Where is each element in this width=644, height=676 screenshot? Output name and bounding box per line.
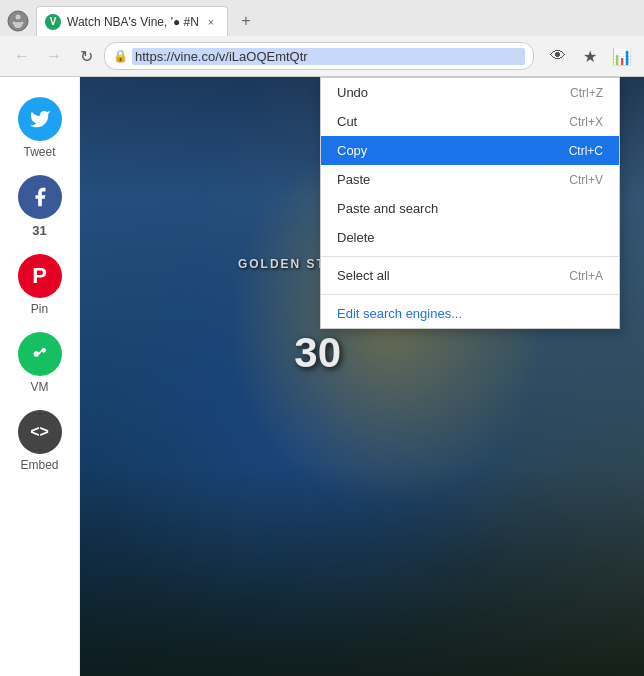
tab-favicon: V (45, 14, 61, 30)
paste-label: Paste (337, 172, 370, 187)
tab-title: Watch NBA's Vine, '● #N (67, 15, 199, 29)
new-tab-button[interactable]: + (232, 7, 260, 35)
select-all-label: Select all (337, 268, 390, 283)
svg-point-3 (13, 22, 16, 25)
svg-point-4 (21, 22, 24, 25)
browser-chrome: V Watch NBA's Vine, '● #N × + ← → ↻ 🔒 ht… (0, 0, 644, 77)
delete-label: Delete (337, 230, 375, 245)
forward-button[interactable]: → (40, 42, 68, 70)
vine-button[interactable]: VM (18, 332, 62, 394)
menu-item-edit-engines[interactable]: Edit search engines... (321, 299, 619, 328)
embed-button[interactable]: <> Embed (18, 410, 62, 472)
lock-icon: 🔒 (113, 49, 128, 63)
copy-label: Copy (337, 143, 367, 158)
select-all-shortcut: Ctrl+A (569, 269, 603, 283)
vine-label: VM (31, 380, 49, 394)
tweet-label: Tweet (23, 145, 55, 159)
address-text[interactable]: https://vine.co/v/iLaOQEmtQtr (132, 48, 525, 65)
facebook-count: 31 (32, 223, 46, 238)
svg-point-5 (33, 351, 39, 357)
menu-item-cut[interactable]: Cut Ctrl+X (321, 107, 619, 136)
facebook-icon (18, 175, 62, 219)
menu-item-undo[interactable]: Undo Ctrl+Z (321, 78, 619, 107)
toolbar-icons: 👁 ★ 📊 (544, 42, 636, 70)
menu-divider-2 (321, 294, 619, 295)
facebook-button[interactable]: 31 (18, 175, 62, 238)
paste-search-label: Paste and search (337, 201, 438, 216)
tab-bar: V Watch NBA's Vine, '● #N × + (0, 0, 644, 36)
spy-icon[interactable]: 👁 (544, 42, 572, 70)
edit-engines-label: Edit search engines... (337, 306, 462, 321)
menu-item-paste[interactable]: Paste Ctrl+V (321, 165, 619, 194)
menu-item-copy[interactable]: Copy Ctrl+C (321, 136, 619, 165)
page-content: Tweet 31 P Pin (0, 77, 644, 676)
tab-close-button[interactable]: × (203, 14, 219, 30)
menu-item-delete[interactable]: Delete (321, 223, 619, 252)
bookmark-icon[interactable]: ★ (576, 42, 604, 70)
video-area: 30 GOLDEN STATE Undo Ctrl+Z Cut Ctrl+X C… (80, 77, 644, 676)
vine-icon (18, 332, 62, 376)
tweet-icon (18, 97, 62, 141)
active-tab[interactable]: V Watch NBA's Vine, '● #N × (36, 6, 228, 36)
cut-shortcut: Ctrl+X (569, 115, 603, 129)
metrics-icon[interactable]: 📊 (608, 42, 636, 70)
embed-icon: <> (18, 410, 62, 454)
reload-button[interactable]: ↻ (72, 42, 100, 70)
browser-ext-icon (6, 9, 30, 33)
svg-point-1 (16, 15, 21, 20)
menu-item-paste-search[interactable]: Paste and search (321, 194, 619, 223)
tweet-button[interactable]: Tweet (18, 97, 62, 159)
undo-label: Undo (337, 85, 368, 100)
pinterest-icon: P (18, 254, 62, 298)
nav-bar: ← → ↻ 🔒 https://vine.co/v/iLaOQEmtQtr 👁 … (0, 36, 644, 76)
embed-label: Embed (20, 458, 58, 472)
jersey-number: 30 (294, 329, 341, 377)
menu-divider (321, 256, 619, 257)
menu-item-select-all[interactable]: Select all Ctrl+A (321, 261, 619, 290)
paste-shortcut: Ctrl+V (569, 173, 603, 187)
social-sidebar: Tweet 31 P Pin (0, 77, 80, 676)
pinterest-label: Pin (31, 302, 48, 316)
back-button[interactable]: ← (8, 42, 36, 70)
cut-label: Cut (337, 114, 357, 129)
context-menu: Undo Ctrl+Z Cut Ctrl+X Copy Ctrl+C Paste… (320, 77, 620, 329)
undo-shortcut: Ctrl+Z (570, 86, 603, 100)
address-bar[interactable]: 🔒 https://vine.co/v/iLaOQEmtQtr (104, 42, 534, 70)
copy-shortcut: Ctrl+C (569, 144, 603, 158)
pinterest-button[interactable]: P Pin (18, 254, 62, 316)
